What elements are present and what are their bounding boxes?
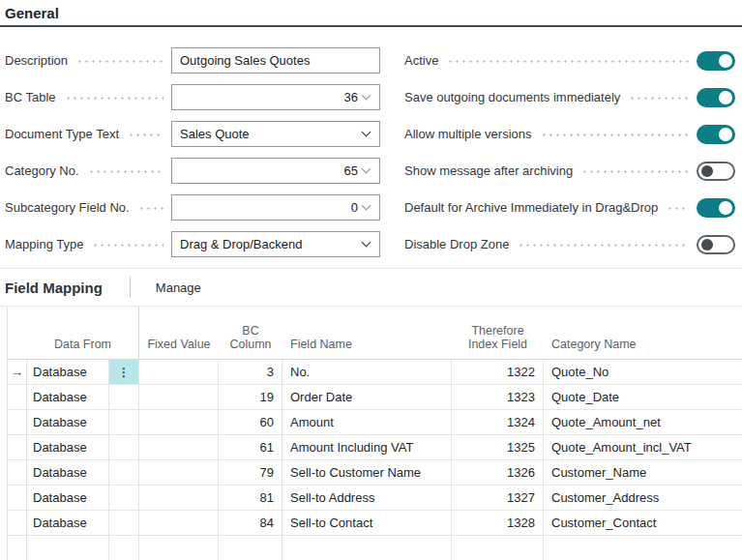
cell-data-from[interactable]: Database: [27, 435, 109, 459]
cell-category-name[interactable]: Quote_Date: [544, 385, 742, 409]
column-header-therefore-index-field[interactable]: ThereforeIndex Field: [452, 307, 544, 359]
row-indicator: [8, 486, 27, 510]
cell-bc-column[interactable]: 79: [219, 460, 282, 485]
cell-therefore-index-field[interactable]: 1328: [452, 511, 544, 535]
cell-category-name[interactable]: Quote_Amount_incl_VAT: [544, 435, 742, 459]
dropdown-category-no[interactable]: 65: [171, 158, 380, 184]
cell-therefore-index-field[interactable]: 1323: [452, 385, 544, 409]
dotted-leader: [88, 170, 163, 173]
field-label-mapping-type: Mapping Type: [5, 237, 83, 251]
toggle-save-outgoing-documents-immediately[interactable]: [697, 88, 735, 107]
table-row: Database81Sell-to Address1327Customer_Ad…: [8, 486, 742, 511]
field-row-document-type-text: Document Type TextSales Quote: [5, 121, 380, 147]
column-header-category-name[interactable]: Category Name: [544, 307, 742, 359]
menu-divider: [130, 277, 131, 298]
cell-bc-column[interactable]: 61: [219, 435, 282, 459]
cell-therefore-index-field[interactable]: [452, 536, 544, 560]
cell-field-name[interactable]: Sell-to Contact: [282, 511, 452, 535]
cell-category-name[interactable]: Customer_Address: [544, 486, 742, 510]
cell-field-name[interactable]: [282, 536, 452, 560]
cell-fixed-value[interactable]: [139, 486, 219, 510]
cell-bc-column[interactable]: 3: [219, 360, 282, 384]
dotted-leader: [447, 60, 689, 63]
cell-fixed-value[interactable]: [139, 511, 219, 535]
cell-category-name[interactable]: Quote_No: [544, 360, 742, 384]
field-row-mapping-type: Mapping TypeDrag & Drop/Backend: [5, 231, 380, 257]
general-left-column: DescriptionOutgoing Sales QuotesBC Table…: [5, 47, 380, 268]
field-label-show-message-after-archiving: Show message after archiving: [404, 163, 573, 178]
cell-fixed-value[interactable]: [139, 460, 219, 485]
dotted-leader: [92, 244, 163, 247]
toggle-knob-icon: [701, 239, 713, 251]
chevron-down-icon[interactable]: [362, 91, 371, 101]
toggle-knob-icon: [701, 165, 713, 177]
cell-fixed-value[interactable]: [139, 536, 219, 560]
cell-therefore-index-field[interactable]: 1322: [452, 360, 544, 384]
column-header-indicator: [8, 307, 27, 359]
cell-assist-edit: [109, 511, 139, 535]
cell-field-name[interactable]: No.: [282, 360, 452, 384]
row-indicator: [8, 511, 27, 535]
cell-therefore-index-field[interactable]: 1326: [452, 460, 544, 485]
cell-field-name[interactable]: Sell-to Address: [282, 486, 452, 510]
field-row-allow-multiple-versions: Allow multiple versions: [404, 121, 735, 147]
toggle-disable-drop-zone[interactable]: [697, 235, 735, 254]
field-label-active: Active: [404, 53, 438, 68]
cell-data-from[interactable]: Database: [27, 486, 109, 510]
column-header-data-from[interactable]: Data From: [27, 307, 139, 359]
toggle-allow-multiple-versions[interactable]: [697, 125, 735, 144]
cell-data-from[interactable]: [27, 536, 109, 560]
chevron-down-icon[interactable]: [362, 128, 371, 137]
dropdown-document-type-text[interactable]: Sales Quote: [171, 121, 380, 147]
dropdown-mapping-type[interactable]: Drag & Drop/Backend: [171, 231, 380, 257]
dotted-leader: [629, 97, 689, 100]
column-header-field-name[interactable]: Field Name: [282, 307, 452, 359]
cell-fixed-value[interactable]: [139, 435, 219, 459]
cell-field-name[interactable]: Sell-to Customer Name: [282, 460, 452, 485]
field-row-default-for-archive-immediately-in-drag-drop: Default for Archive Immediately in Drag&…: [404, 194, 735, 221]
table-row: Database19Order Date1323Quote_Date: [8, 385, 742, 410]
cell-data-from[interactable]: Database: [27, 385, 109, 409]
cell-data-from[interactable]: Database: [27, 460, 109, 485]
cell-therefore-index-field[interactable]: 1327: [452, 486, 544, 510]
input-description[interactable]: Outgoing Sales Quotes: [171, 47, 380, 74]
cell-therefore-index-field[interactable]: 1324: [452, 410, 544, 434]
cell-field-name[interactable]: Amount Including VAT: [282, 435, 452, 459]
cell-field-name[interactable]: Amount: [282, 410, 452, 434]
cell-data-from[interactable]: Database: [27, 511, 109, 535]
table-row: [8, 536, 742, 560]
cell-bc-column[interactable]: 19: [219, 385, 282, 409]
toggle-default-for-archive-immediately-in-drag-drop[interactable]: [697, 198, 735, 218]
cell-bc-column[interactable]: [219, 536, 282, 560]
manage-menu-button[interactable]: Manage: [156, 280, 201, 295]
cell-fixed-value[interactable]: [139, 360, 219, 384]
cell-bc-column[interactable]: 60: [219, 410, 282, 434]
field-label-description: Description: [5, 53, 68, 68]
assist-edit-ellipsis-icon[interactable]: ⋮: [109, 360, 139, 384]
toggle-knob-icon: [719, 54, 732, 68]
cell-category-name[interactable]: Customer_Contact: [544, 511, 742, 535]
dropdown-subcategory-field-no[interactable]: 0: [171, 194, 380, 221]
chevron-down-icon[interactable]: [362, 164, 371, 174]
cell-fixed-value[interactable]: [139, 385, 219, 409]
cell-therefore-index-field[interactable]: 1325: [452, 435, 544, 459]
cell-field-name[interactable]: Order Date: [282, 385, 452, 409]
section-title-general: General: [0, 0, 742, 21]
chevron-down-icon[interactable]: [362, 238, 371, 248]
cell-category-name[interactable]: [544, 536, 742, 560]
field-value-document-type-text: Sales Quote: [172, 127, 363, 141]
column-header-fixed-value[interactable]: Fixed Value: [139, 307, 219, 359]
cell-data-from[interactable]: Database: [27, 410, 109, 434]
dotted-leader: [667, 207, 689, 210]
cell-category-name[interactable]: Quote_Amount_net: [544, 410, 742, 434]
cell-bc-column[interactable]: 84: [219, 511, 282, 535]
toggle-show-message-after-archiving[interactable]: [697, 162, 735, 181]
cell-data-from[interactable]: Database: [27, 360, 109, 384]
cell-fixed-value[interactable]: [139, 410, 219, 434]
column-header-bc-column[interactable]: BCColumn: [219, 307, 282, 359]
dropdown-bc-table[interactable]: 36: [171, 84, 380, 110]
cell-category-name[interactable]: Customer_Name: [544, 460, 742, 485]
cell-bc-column[interactable]: 81: [219, 486, 282, 510]
toggle-active[interactable]: [697, 51, 735, 71]
chevron-down-icon[interactable]: [362, 201, 371, 211]
